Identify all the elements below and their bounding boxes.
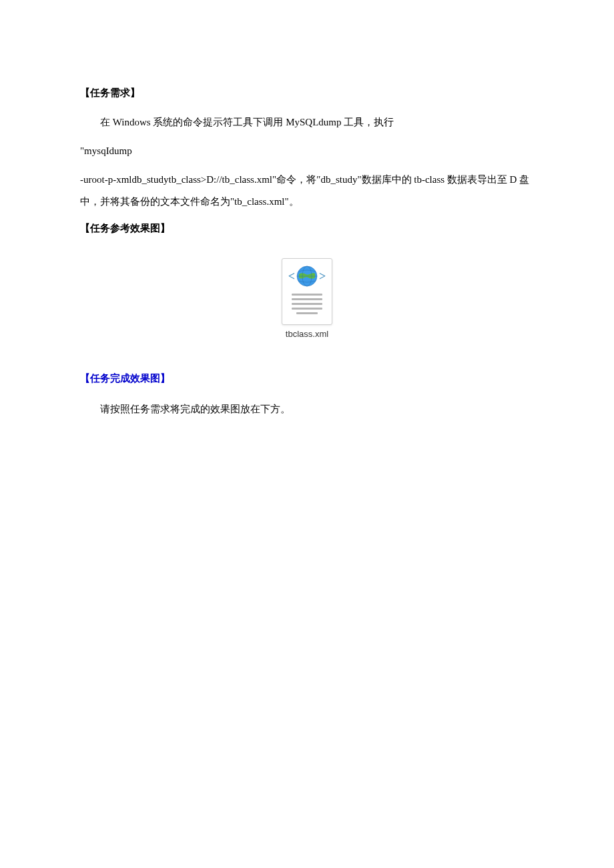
- task-text-line2: "mysqIdump: [80, 140, 534, 162]
- document-lines-icon: [288, 294, 326, 314]
- task-reference-result-header: 【任务参考效果图】: [80, 222, 534, 235]
- angle-bracket-right-icon: >: [319, 270, 326, 284]
- completion-instruction: 请按照任务需求将完成的效果图放在下方。: [80, 398, 534, 420]
- file-name-label: tbclass.xml: [286, 329, 328, 339]
- angle-bracket-left-icon: <: [288, 270, 295, 284]
- task-text-line1: 在 Windows 系统的命令提示符工具下调用 MySQLdump 工具，执行: [80, 111, 534, 133]
- task-requirement-header: 【任务需求】: [80, 87, 534, 99]
- document-line: [292, 308, 322, 310]
- xml-file-icon: < >: [282, 258, 332, 325]
- document-line: [292, 294, 322, 296]
- file-icon-container: < > tbclass.xml: [80, 258, 534, 339]
- task-text-line3: -uroot-p-xmldb_studytb_class>D://tb_clas…: [80, 169, 534, 213]
- task-completion-result-header: 【任务完成效果图】: [80, 372, 534, 385]
- document-line: [292, 303, 322, 305]
- document-line: [292, 298, 322, 300]
- globe-icon-row: < >: [288, 266, 326, 287]
- globe-icon: [296, 266, 318, 287]
- document-line: [296, 312, 318, 314]
